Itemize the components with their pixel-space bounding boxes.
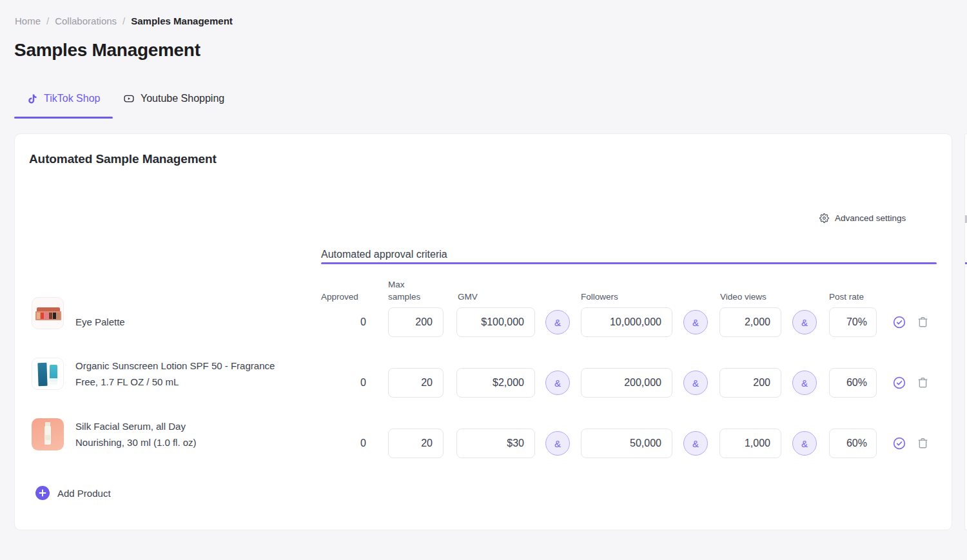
product-name: Organic Sunscreen Lotion SPF 50 - Fragra… <box>75 358 275 390</box>
post-rate-input[interactable] <box>829 307 877 337</box>
approved-count: 0 <box>321 429 366 458</box>
advanced-settings-button[interactable]: Advanced settings <box>819 213 906 223</box>
and-operator-chip[interactable]: & <box>545 371 570 395</box>
page-root: Home / Collaborations / Samples Manageme… <box>0 0 967 560</box>
panel-title: Automated Sample Management <box>29 152 217 166</box>
page-title: Samples Management <box>14 40 200 61</box>
video-views-input[interactable] <box>719 368 781 398</box>
column-header-approved: Approved <box>321 291 358 303</box>
confirm-check-icon[interactable] <box>893 316 906 329</box>
and-operator-chip[interactable]: & <box>792 431 817 456</box>
followers-input[interactable] <box>581 429 672 458</box>
followers-input[interactable] <box>581 368 672 398</box>
gmv-input[interactable] <box>456 429 535 458</box>
video-views-input[interactable] <box>719 429 781 458</box>
advanced-settings-label: Advanced settings <box>835 213 906 223</box>
product-row: Silk Facial Serum, all Day Nourishing, 3… <box>0 429 967 458</box>
max-samples-input[interactable] <box>388 307 444 337</box>
video-views-input[interactable] <box>719 307 781 337</box>
tab-tiktok-label: TikTok Shop <box>44 93 100 104</box>
confirm-check-icon[interactable] <box>893 437 906 450</box>
tiktok-icon <box>27 93 38 104</box>
and-operator-chip[interactable]: & <box>683 310 708 334</box>
approved-count: 0 <box>321 307 366 337</box>
product-name: Eye Palette <box>75 307 125 337</box>
product-name: Silk Facial Serum, all Day Nourishing, 3… <box>75 418 197 450</box>
breadcrumb-separator: / <box>122 15 125 26</box>
breadcrumb-separator: / <box>46 15 49 26</box>
criteria-underline <box>321 262 937 264</box>
column-header-post-rate: Post rate <box>829 291 864 303</box>
youtube-icon <box>123 93 135 104</box>
column-header-gmv: GMV <box>458 291 478 303</box>
breadcrumb-collaborations[interactable]: Collaborations <box>55 15 117 26</box>
product-image-serum <box>32 418 64 450</box>
active-tab-underline <box>14 117 113 119</box>
post-rate-input[interactable] <box>829 368 877 398</box>
tab-tiktok-shop[interactable]: TikTok Shop <box>27 93 100 104</box>
post-rate-input[interactable] <box>829 429 877 458</box>
gmv-input[interactable] <box>456 368 535 398</box>
column-header-followers: Followers <box>581 291 618 303</box>
breadcrumb-current: Samples Management <box>131 15 233 26</box>
delete-trash-icon[interactable] <box>917 376 929 389</box>
and-operator-chip[interactable]: & <box>792 310 817 334</box>
add-product-label: Add Product <box>57 488 111 499</box>
breadcrumb-home[interactable]: Home <box>15 15 41 26</box>
column-header-video-views: Video views <box>720 291 767 303</box>
and-operator-chip[interactable]: & <box>545 310 570 334</box>
delete-trash-icon[interactable] <box>917 316 929 328</box>
tab-youtube-label: Youtube Shopping <box>141 93 224 104</box>
tab-youtube-shopping[interactable]: Youtube Shopping <box>123 93 224 104</box>
and-operator-chip[interactable]: & <box>683 431 708 456</box>
and-operator-chip[interactable]: & <box>792 371 817 395</box>
approved-count: 0 <box>321 368 366 398</box>
max-samples-input[interactable] <box>388 368 444 398</box>
confirm-check-icon[interactable] <box>893 376 906 389</box>
plus-icon <box>35 486 50 500</box>
product-row: Eye Palette 0 & & & <box>0 307 967 337</box>
gmv-input[interactable] <box>456 307 535 337</box>
adjacent-panel-sliver <box>964 133 967 530</box>
max-samples-input[interactable] <box>388 429 444 458</box>
and-operator-chip[interactable]: & <box>545 431 570 456</box>
product-image-eye-palette <box>32 297 64 329</box>
criteria-section-title: Automated approval criteria <box>321 249 447 260</box>
delete-trash-icon[interactable] <box>917 437 929 449</box>
product-image-sunscreen <box>32 358 64 390</box>
gear-icon <box>819 213 829 223</box>
and-operator-chip[interactable]: & <box>683 371 708 395</box>
breadcrumb: Home / Collaborations / Samples Manageme… <box>15 15 233 26</box>
product-row: Organic Sunscreen Lotion SPF 50 - Fragra… <box>0 368 967 398</box>
add-product-button[interactable]: Add Product <box>35 486 111 500</box>
column-header-max-samples: Max samples <box>388 278 420 303</box>
followers-input[interactable] <box>581 307 672 337</box>
